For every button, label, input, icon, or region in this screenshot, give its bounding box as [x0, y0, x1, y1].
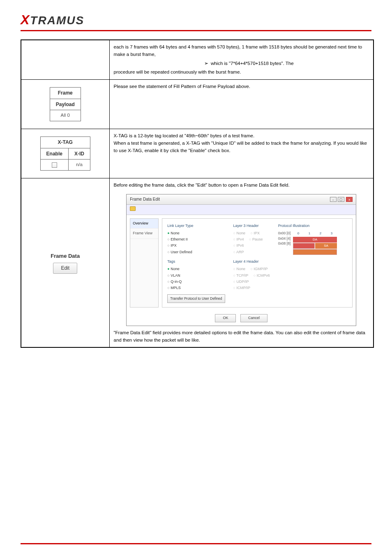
l4-igmp: IGMP/IP	[251, 266, 268, 272]
tags-mpls[interactable]: MPLS	[167, 285, 225, 291]
dialog-title: Frame Data Edit	[130, 196, 160, 203]
maximize-icon[interactable]: ▢	[338, 197, 344, 202]
footer-divider	[21, 543, 371, 544]
tags-none[interactable]: None	[167, 266, 225, 272]
row4-right: Before editing the frame data, click the…	[109, 178, 374, 348]
xtag-col1: Enable	[40, 148, 68, 160]
xtag-mini: X-TAG Enable X-ID n/a	[40, 136, 90, 171]
row2-text: Please see the statement of Fill Pattern…	[114, 84, 250, 89]
l4-none: None	[233, 266, 245, 272]
minimize-icon[interactable]: –	[330, 197, 337, 202]
logo-rest: TRAMUS	[30, 14, 84, 27]
l3-none: None	[233, 230, 245, 236]
row1-right: each is 7 frames with 64 bytes and 4 fra…	[109, 40, 374, 80]
l4-icmpv6: ICMPv6	[254, 273, 270, 279]
r3-d: When a test frame is generated, a X-TAG …	[114, 141, 212, 146]
r3-b: 49th~60th	[186, 133, 207, 138]
r3-h: check box.	[206, 148, 230, 153]
illus-title: Protocol Illustration	[278, 223, 337, 229]
dialog-panel: Link Layer Type None Ethernet II IPX Use…	[162, 218, 353, 308]
doc-table: each is 7 frames with 64 bytes and 4 fra…	[21, 39, 374, 348]
tags-title: Tags	[167, 259, 225, 265]
dialog-titlebar: Frame Data Edit – ▢ x	[127, 194, 356, 205]
r3-a: X-TAG is a 12-byte tag located at	[114, 133, 184, 138]
window-buttons: – ▢ x	[330, 196, 353, 203]
l3-ipx: IPX	[251, 230, 260, 236]
illus-sa: SA	[315, 243, 337, 249]
row1-text-a: each is 7 frames with 64 bytes and 4 fra…	[114, 44, 362, 57]
header-divider	[21, 30, 371, 31]
xtag-enable-checkbox[interactable]	[52, 162, 57, 168]
illus-r2: 0x08 [8]	[278, 241, 291, 246]
r4-a: Before editing the frame data, click the	[114, 183, 196, 187]
transfer-protocol-button[interactable]: Transfer Protocol to User Defined	[167, 294, 225, 303]
l3-pause: Pause	[249, 236, 263, 243]
edit-button[interactable]: Edit	[53, 263, 77, 274]
group-link-layer: Link Layer Type None Ethernet II IPX Use…	[167, 223, 225, 303]
llt-ud[interactable]: User Defined	[167, 249, 225, 255]
row1-text-b: procedure will be repeated continuously …	[114, 69, 241, 74]
l3-arp: ARP	[233, 249, 270, 255]
dialog-sidebar: Overview Frame View	[130, 218, 159, 308]
frame-payload-mini: Frame Payload All 0	[50, 87, 81, 121]
l3-title: Layer 3 Header	[233, 223, 270, 229]
group-illustration: Protocol Illustration 0x00 [0] 0x04 [4] …	[278, 223, 337, 303]
row1-left	[21, 40, 109, 80]
l4-udp: UDP/IP	[233, 279, 270, 285]
illus-offsets: 0x00 [0] 0x04 [4] 0x08 [8]	[278, 231, 291, 255]
tags-qinq[interactable]: Q-in-Q	[167, 279, 225, 285]
frame-data-label: Frame Data	[24, 252, 107, 260]
logo: XTRAMUS	[21, 12, 371, 28]
xtag-col2: X-ID	[68, 148, 90, 160]
illus-da: DA	[293, 237, 337, 243]
fp-hdr1: Frame	[50, 88, 81, 99]
row3-left: X-TAG Enable X-ID n/a	[21, 129, 109, 178]
r3-e: Unique ID	[213, 141, 234, 146]
folder-icon[interactable]	[130, 206, 136, 211]
dialog-footer: OK Cancel	[127, 311, 356, 326]
llt-title: Link Layer Type	[167, 223, 225, 229]
tab-frame-view[interactable]: Frame View	[130, 229, 158, 239]
xtag-hdr: X-TAG	[40, 137, 90, 148]
cancel-button[interactable]: Cancel	[240, 314, 267, 322]
tab-overview[interactable]: Overview	[130, 219, 158, 229]
xtag-xid-val: n/a	[68, 160, 90, 171]
logo-x: X	[21, 12, 30, 27]
row4-left: Frame Data Edit	[21, 178, 109, 348]
r4-b: Edit	[197, 183, 205, 187]
illus-r1: 0x04 [4]	[278, 236, 291, 241]
l4-tcp: TCP/IP	[233, 273, 249, 279]
fp-hdr2: Payload	[50, 99, 81, 110]
r4-e: Frame Data Edit	[115, 330, 150, 335]
close-icon[interactable]: x	[346, 197, 353, 202]
illus-r0: 0x00 [0]	[278, 231, 291, 236]
r4-c: button to open a Frame Data Edit field.	[207, 183, 290, 187]
r3-g: Enable	[190, 148, 205, 153]
llt-eth[interactable]: Ethernet II	[167, 236, 225, 243]
fp-val: All 0	[50, 110, 81, 121]
l3-ipv4: IPv4	[233, 236, 244, 243]
illus-bytes: 0 1 2 3 DA SA	[293, 231, 337, 255]
l3-ipv6: IPv6	[233, 243, 270, 249]
group-layer3-4: Layer 3 Header None IPX IPv4 Pause IPv6	[233, 223, 270, 303]
row1-bullet: which is "7*64+4*570+1518 bytes". The	[211, 61, 294, 66]
dialog-toolbar	[127, 205, 356, 215]
row2-right: Please see the statement of Fill Pattern…	[109, 80, 374, 129]
r3-c: bytes of a test frame.	[209, 133, 255, 138]
xtag-enable-cell	[40, 160, 68, 171]
dialog-body: Overview Frame View Link Layer Type None…	[127, 215, 356, 311]
row3-right: X-TAG is a 12-byte tag located at "49th~…	[109, 129, 374, 178]
row2-left: Frame Payload All 0	[21, 80, 109, 129]
l4-icmp: ICMP/IP	[233, 285, 270, 291]
frame-data-edit-dialog: Frame Data Edit – ▢ x Overview Fra	[126, 194, 356, 326]
llt-ipx[interactable]: IPX	[167, 243, 225, 249]
ok-button[interactable]: OK	[215, 314, 236, 322]
r4-f: field provides more detailed options to …	[114, 330, 365, 342]
llt-none[interactable]: None	[167, 230, 225, 236]
tags-vlan[interactable]: VLAN	[167, 273, 225, 279]
l4-title: Layer 4 Header	[233, 259, 270, 265]
